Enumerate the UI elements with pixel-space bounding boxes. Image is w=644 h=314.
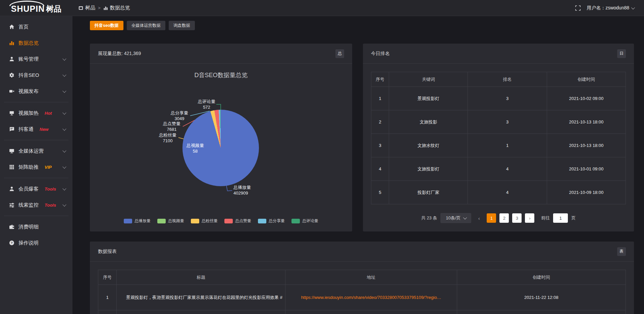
breadcrumb-page-label: 数据总览 [110, 5, 130, 11]
cell-rank: 3 [468, 87, 547, 110]
video-url-link[interactable]: https://www.iesdouyin.com/share/video/70… [301, 295, 441, 300]
sidebar-item-media-operation[interactable]: 全媒体运营 [0, 143, 72, 159]
main-content: 抖音seo数据 全媒体运营数据 询盘数据 展现量总数: 421,369 总 D音… [72, 16, 644, 314]
legend-item-likes[interactable]: 总点赞量 [224, 218, 251, 224]
sidebar-item-lead-monitor[interactable]: 线索监控 Tools [0, 197, 72, 213]
grid-icon [9, 164, 14, 170]
sidebar-item-label: 视频发布 [18, 88, 39, 95]
tools-badge: Tools [45, 203, 56, 208]
sidebar-item-help[interactable]: ? 操作说明 [0, 235, 72, 251]
breadcrumb-app[interactable]: 树品 [78, 5, 95, 11]
sidebar-item-member-burst[interactable]: 会员爆客 Tools [0, 181, 72, 197]
cell-index: 1 [371, 87, 389, 110]
page-button-3[interactable]: 3 [512, 213, 522, 223]
goto-page-input[interactable] [553, 213, 568, 223]
cell-created: 2021-10-13 18:00 [547, 110, 626, 134]
cell-rank: 3 [468, 110, 547, 134]
sidebar-item-data-overview[interactable]: 数据总览 [0, 35, 72, 51]
monitor-icon [9, 148, 14, 154]
total-badge-button[interactable]: 总 [335, 49, 344, 58]
cell-rank: 4 [468, 181, 547, 204]
fullscreen-icon[interactable] [575, 5, 581, 11]
goto-label: 前往 [541, 215, 550, 221]
sidebar-item-douketong[interactable]: 抖客通 New [0, 121, 72, 137]
sidebar-divider [4, 178, 68, 178]
table-header-row: 序号 关键词 排名 创建时间 [371, 72, 626, 87]
ranking-table: 序号 关键词 排名 创建时间 1 景观投影灯 3 2021-10-02 09:0… [371, 72, 626, 204]
wallet-icon [9, 224, 14, 230]
next-page-button[interactable]: › [525, 213, 534, 223]
tab-inquiry-data[interactable]: 询盘数据 [169, 21, 195, 30]
legend-swatch [291, 219, 300, 223]
legend-swatch [124, 219, 132, 223]
sidebar-item-matrix-boost[interactable]: 矩阵助推 VIP [0, 159, 72, 175]
cell-keyword: 文旅投影灯 [389, 157, 468, 181]
day-badge-button[interactable]: 日 [617, 49, 626, 58]
breadcrumb-page[interactable]: 数据总览 [103, 5, 130, 11]
cell-index: 5 [371, 181, 389, 204]
legend-item-shares[interactable]: 总分享量 [258, 218, 285, 224]
breadcrumb-app-label: 树品 [85, 5, 95, 11]
legend-item-comments[interactable]: 总评论量 [291, 218, 318, 224]
tools-badge: Tools [45, 187, 56, 192]
legend-item-plays[interactable]: 总播放量 [124, 218, 151, 224]
legend-item-videos[interactable]: 总视频量 [157, 218, 184, 224]
total-count-label: 共 23 条 [421, 215, 437, 221]
question-circle-icon: ? [9, 240, 14, 246]
page-button-2[interactable]: 2 [499, 213, 509, 223]
cell-created: 2021-10-01 09:00 [547, 157, 626, 181]
tab-media-operation-data[interactable]: 全媒体运营数据 [127, 21, 166, 30]
page-size-select[interactable]: 10条/页 [440, 213, 471, 223]
sidebar-item-douyin-seo[interactable]: 抖音SEO [0, 67, 72, 83]
user-menu[interactable]: 用户名：zswodun88 [587, 5, 634, 11]
report-title: 数据报表 [98, 249, 117, 255]
sidebar-item-consumption[interactable]: 消费明细 [0, 219, 72, 235]
table-row: 2 文旅投影 3 2021-10-13 18:00 [371, 110, 626, 134]
cell-created: 2021-11-22 12:08 [457, 285, 626, 310]
ranking-title: 今日排名 [371, 51, 390, 57]
sidebar-item-label: 抖客通 [18, 126, 34, 133]
cell-title: 景观投影灯，夜游景观投影灯厂家展示展示落花灯在花园里的灯光投影应用效果 # [117, 285, 285, 310]
pie-label-shares: 总分享量3049 [161, 110, 198, 121]
chat-bubble-icon [9, 126, 14, 132]
table-badge-button[interactable]: 表 [617, 247, 626, 256]
video-camera-icon [9, 89, 14, 94]
user-icon [9, 56, 14, 62]
cell-keyword: 文旅投影 [389, 110, 468, 134]
table-row: 4 文旅投影灯 4 2021-10-01 09:00 [371, 157, 626, 181]
page-button-1[interactable]: 1 [487, 213, 496, 223]
sidebar-item-label: 首页 [18, 24, 29, 30]
pie-label-comments: 总评论量572 [188, 99, 225, 110]
gear-icon [9, 72, 14, 78]
chart-legend: 总播放量 总视频量 总粉丝量 总点赞量 总分享量 总评论量 [90, 218, 352, 224]
sidebar-item-label: 会员爆客 [18, 186, 39, 192]
pie-label-plays: 总播放量402909 [233, 185, 264, 196]
legend-item-fans[interactable]: 总粉丝量 [191, 218, 218, 224]
tab-douyin-seo-data[interactable]: 抖音seo数据 [90, 21, 123, 30]
user-icon [9, 186, 14, 192]
bar-chart-icon [103, 6, 108, 10]
sidebar-item-account[interactable]: 账号管理 [0, 51, 72, 67]
data-tabs: 抖音seo数据 全媒体运营数据 询盘数据 [90, 21, 634, 30]
sidebar-item-label: 矩阵助推 [18, 164, 39, 170]
legend-swatch [258, 219, 266, 223]
screen-icon [9, 110, 14, 116]
cell-created: 2021-10-02 09:00 [547, 87, 626, 110]
table-row: 5 投影灯厂家 4 2021-10-09 18:00 [371, 181, 626, 204]
col-created: 创建时间 [547, 72, 626, 87]
sidebar-item-home[interactable]: 首页 [0, 19, 72, 35]
col-index: 序号 [371, 72, 389, 87]
app-logo[interactable]: SHUPIN 树品 [0, 0, 72, 16]
sidebar-divider [4, 140, 68, 140]
sidebar-item-label: 抖音SEO [18, 72, 39, 78]
sidebar-item-label: 视频加热 [18, 110, 39, 116]
new-badge: New [40, 127, 49, 132]
sidebar-item-video-heat[interactable]: 视频加热 Hot [0, 105, 72, 121]
report-table: 序号 标题 地址 创建时间 1 景观投影灯，夜游景观投影灯厂家展示展示落花灯在花… [98, 270, 626, 314]
legend-swatch [191, 219, 199, 223]
table-row-partial [98, 310, 626, 314]
top-header: SHUPIN 树品 树品 > 数据总览 用户名：zswodun88 [0, 0, 644, 16]
pie-chart-area: D音SEO数据量总览 总评论量572 总分享量3049 总点赞量7681 [90, 64, 352, 231]
sidebar-item-video-publish[interactable]: 视频发布 [0, 83, 72, 99]
prev-page-button[interactable]: ‹ [475, 213, 483, 223]
